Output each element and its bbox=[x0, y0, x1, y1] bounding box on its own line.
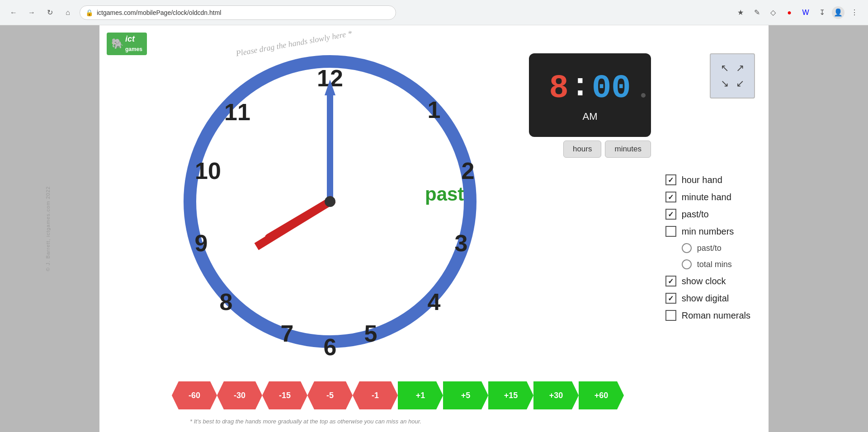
url-text: ictgames.com/mobilePage/clock/oldcdn.htm… bbox=[97, 9, 221, 16]
arrow-pos-1-label: +1 bbox=[416, 391, 425, 400]
lock-icon: 🔒 bbox=[85, 9, 93, 16]
digital-indicator bbox=[641, 93, 646, 98]
svg-point-18 bbox=[325, 196, 335, 207]
arrow-neg-15[interactable]: -15 bbox=[262, 381, 307, 409]
logo[interactable]: 🐘 ictgames bbox=[107, 33, 147, 55]
arrow-pos-30[interactable]: +30 bbox=[533, 381, 579, 409]
left-sidebar: © J. Barrett, ictgames.com 2022 bbox=[0, 25, 99, 432]
arrow-pos-1[interactable]: +1 bbox=[398, 381, 443, 409]
past-label: past bbox=[425, 183, 464, 205]
fs-arrow-bl: ↘ bbox=[719, 78, 731, 89]
word-icon[interactable]: W bbox=[799, 6, 812, 19]
digital-hours: 8 bbox=[549, 70, 569, 107]
checkbox-past-to[interactable] bbox=[665, 209, 676, 220]
home-button[interactable]: ⌂ bbox=[61, 6, 74, 19]
svg-text:10: 10 bbox=[195, 158, 221, 184]
fs-arrow-br: ↙ bbox=[734, 78, 746, 89]
radio-label-past-to: past/to bbox=[697, 244, 722, 253]
arrow-neg-30[interactable]: -30 bbox=[217, 381, 262, 409]
label-roman-numerals: Roman numerals bbox=[682, 310, 750, 321]
radio-total-mins[interactable] bbox=[682, 259, 692, 269]
menu-icon[interactable]: ⋮ bbox=[848, 6, 861, 19]
arrow-pos-5-label: +5 bbox=[461, 391, 471, 400]
arrow-pos-60-label: +60 bbox=[594, 391, 609, 400]
arrow-neg-15-label: -15 bbox=[279, 391, 291, 400]
svg-text:4: 4 bbox=[428, 289, 441, 315]
checkbox-item-minute-hand: minute hand bbox=[665, 192, 750, 202]
arrow-pos-15[interactable]: +15 bbox=[488, 381, 533, 409]
label-minute-hand: minute hand bbox=[682, 192, 731, 202]
checkbox-show-clock[interactable] bbox=[665, 276, 676, 286]
digital-time: 8 : 00 bbox=[549, 68, 631, 109]
fs-arrow-tl: ↖ bbox=[719, 62, 731, 74]
checkbox-roman-numerals[interactable] bbox=[665, 310, 676, 321]
bookmark-icon[interactable]: ★ bbox=[734, 6, 747, 19]
clock-container[interactable]: 12 1 2 3 4 5 6 7 8 9 10 11 bbox=[172, 43, 506, 378]
checkbox-item-roman-numerals: Roman numerals bbox=[665, 310, 750, 321]
arrow-pos-15-label: +15 bbox=[504, 391, 518, 400]
label-past-to: past/to bbox=[682, 209, 709, 220]
radio-item-past-to: past/to bbox=[682, 243, 750, 253]
elephant-icon: 🐘 bbox=[111, 38, 123, 50]
arrow-row: -60 -30 -15 -5 -1 +1 +5 +15 bbox=[172, 381, 624, 409]
fullscreen-arrows: ↖ ↗ ↘ ↙ bbox=[719, 62, 746, 89]
copyright-text: © J. Barrett, ictgames.com 2022 bbox=[45, 186, 51, 271]
digital-colon: : bbox=[571, 68, 590, 105]
arrow-pos-30-label: +30 bbox=[549, 391, 563, 400]
checkbox-show-digital[interactable] bbox=[665, 293, 676, 304]
checkbox-item-show-clock: show clock bbox=[665, 276, 750, 286]
radio-past-to[interactable] bbox=[682, 243, 692, 253]
label-show-clock: show clock bbox=[682, 276, 726, 286]
arrow-neg-60-label: -60 bbox=[189, 391, 200, 400]
digital-minutes: 00 bbox=[592, 70, 631, 107]
svg-text:11: 11 bbox=[224, 99, 250, 125]
checkbox-item-hour-hand: hour hand bbox=[665, 174, 750, 185]
arrow-neg-60[interactable]: -60 bbox=[172, 381, 217, 409]
record-icon[interactable]: ● bbox=[783, 6, 796, 19]
refresh-button[interactable]: ↻ bbox=[43, 6, 56, 19]
svg-text:8: 8 bbox=[220, 289, 233, 315]
edit-icon[interactable]: ✎ bbox=[750, 6, 763, 19]
extension-icon[interactable]: ◇ bbox=[767, 6, 779, 19]
digital-display: 8 : 00 AM bbox=[529, 53, 651, 137]
checkbox-item-past-to: past/to bbox=[665, 209, 750, 220]
page-area: 🐘 ictgames Please drag the hands slowly … bbox=[99, 25, 769, 432]
fs-arrow-tr: ↗ bbox=[734, 62, 746, 74]
avatar-icon[interactable]: 👤 bbox=[832, 6, 844, 19]
svg-text:3: 3 bbox=[455, 230, 468, 256]
fullscreen-button[interactable]: ↖ ↗ ↘ ↙ bbox=[710, 53, 755, 99]
checkbox-item-min-numbers: min numbers bbox=[665, 226, 750, 237]
checkbox-minute-hand[interactable] bbox=[665, 192, 676, 202]
logo-text: ictgames bbox=[125, 34, 142, 53]
arrow-pos-5[interactable]: +5 bbox=[443, 381, 488, 409]
svg-text:6: 6 bbox=[324, 334, 337, 360]
downloads-icon[interactable]: ↧ bbox=[816, 6, 828, 19]
browser-actions: ★ ✎ ◇ ● W ↧ 👤 ⋮ bbox=[734, 6, 861, 19]
radio-label-total-mins: total mins bbox=[697, 260, 732, 269]
browser-chrome: ← → ↻ ⌂ 🔒 ictgames.com/mobilePage/clock/… bbox=[0, 0, 868, 25]
checkbox-hour-hand[interactable] bbox=[665, 174, 676, 185]
forward-button[interactable]: → bbox=[25, 6, 38, 19]
minutes-button[interactable]: minutes bbox=[605, 141, 651, 158]
right-sidebar bbox=[769, 25, 868, 432]
arrow-neg-1[interactable]: -1 bbox=[353, 381, 398, 409]
back-button[interactable]: ← bbox=[7, 6, 20, 19]
svg-text:7: 7 bbox=[281, 320, 294, 347]
address-bar[interactable]: 🔒 ictgames.com/mobilePage/clock/oldcdn.h… bbox=[80, 5, 396, 20]
arrow-neg-5-label: -5 bbox=[326, 391, 334, 400]
digital-ampm: AM bbox=[583, 111, 598, 122]
time-buttons: hours minutes bbox=[563, 141, 651, 158]
checkbox-min-numbers[interactable] bbox=[665, 226, 676, 237]
main-content: © J. Barrett, ictgames.com 2022 🐘 ictgam… bbox=[0, 25, 868, 432]
svg-text:1: 1 bbox=[428, 97, 441, 123]
svg-text:9: 9 bbox=[195, 230, 208, 256]
radio-group: past/to total mins bbox=[682, 243, 750, 269]
tip-text: * It's best to drag the hands more gradu… bbox=[190, 418, 421, 425]
hours-button[interactable]: hours bbox=[563, 141, 602, 158]
right-panel: hour hand minute hand past/to min number… bbox=[665, 174, 750, 321]
svg-text:2: 2 bbox=[462, 158, 475, 184]
arrow-neg-5[interactable]: -5 bbox=[307, 381, 353, 409]
arrow-neg-1-label: -1 bbox=[372, 391, 379, 400]
arrow-pos-60[interactable]: +60 bbox=[579, 381, 624, 409]
label-min-numbers: min numbers bbox=[682, 226, 734, 237]
